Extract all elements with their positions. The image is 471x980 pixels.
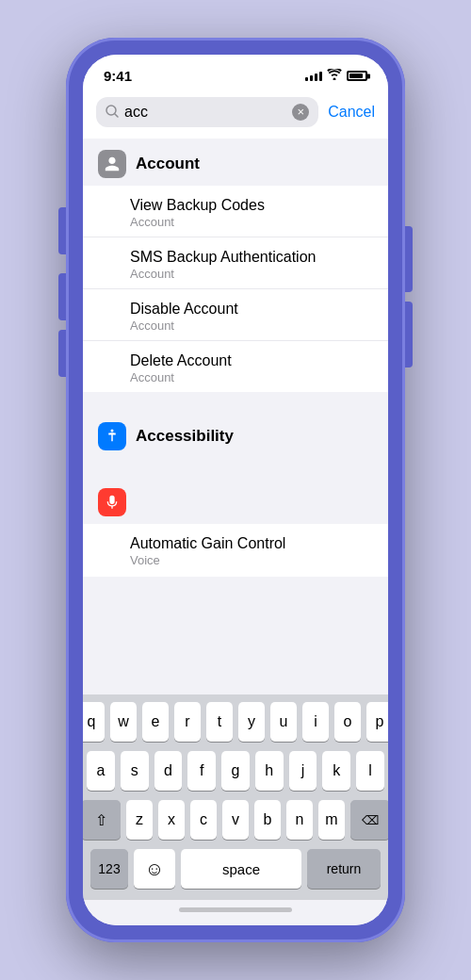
key-n[interactable]: n bbox=[286, 800, 313, 840]
key-q[interactable]: q bbox=[83, 702, 105, 742]
keyboard-row-2: a s d f g h j k l bbox=[87, 751, 384, 791]
person-icon bbox=[104, 155, 121, 172]
key-b[interactable]: b bbox=[254, 800, 281, 840]
search-input-wrapper[interactable]: acc bbox=[96, 97, 318, 127]
keyboard-row-3: ⇧ z x c v b n m ⌫ bbox=[87, 800, 384, 840]
emoji-key[interactable]: ☺ bbox=[134, 849, 175, 889]
key-r[interactable]: r bbox=[174, 702, 201, 742]
phone-body: 9:41 bbox=[66, 38, 405, 942]
disable-account-subtitle: Account bbox=[130, 318, 373, 333]
sms-backup-auth-title: SMS Backup Authentication bbox=[130, 249, 373, 266]
view-backup-codes-item[interactable]: View Backup Codes Account bbox=[83, 186, 388, 237]
space-key[interactable]: space bbox=[181, 849, 301, 889]
delete-account-title: Delete Account bbox=[130, 352, 373, 369]
shift-key[interactable]: ⇧ bbox=[83, 800, 121, 840]
key-i[interactable]: i bbox=[302, 702, 329, 742]
account-results-list: View Backup Codes Account SMS Backup Aut… bbox=[83, 186, 388, 392]
disable-account-title: Disable Account bbox=[130, 301, 373, 318]
cancel-button[interactable]: Cancel bbox=[328, 104, 375, 121]
home-bar bbox=[179, 907, 292, 912]
results-container: Account View Backup Codes Account SMS Ba… bbox=[83, 139, 388, 694]
automatic-gain-control-title: Automatic Gain Control bbox=[130, 535, 373, 552]
key-v[interactable]: v bbox=[222, 800, 249, 840]
status-time: 9:41 bbox=[104, 68, 132, 84]
key-g[interactable]: g bbox=[221, 751, 250, 791]
space-key-label: space bbox=[222, 861, 260, 877]
keyboard-row-1: q w e r t y u i o p bbox=[87, 702, 384, 742]
battery-icon bbox=[347, 71, 367, 81]
key-f[interactable]: f bbox=[187, 751, 216, 791]
keyboard-bottom-row: 123 ☺ space return bbox=[87, 849, 384, 896]
bottom-spacer bbox=[83, 577, 388, 596]
search-input[interactable]: acc bbox=[124, 104, 286, 121]
key-e[interactable]: e bbox=[142, 702, 169, 742]
key-l[interactable]: l bbox=[356, 751, 384, 791]
key-z[interactable]: z bbox=[126, 800, 153, 840]
phone-screen: 9:41 bbox=[83, 55, 388, 925]
numbers-key-label: 123 bbox=[98, 861, 120, 876]
key-h[interactable]: h bbox=[255, 751, 284, 791]
search-bar-container: acc Cancel bbox=[83, 90, 388, 139]
key-w[interactable]: w bbox=[110, 702, 137, 742]
phone-wrapper: 9:41 bbox=[0, 0, 471, 980]
return-key-label: return bbox=[327, 861, 362, 876]
automatic-gain-control-subtitle: Voice bbox=[130, 553, 373, 567]
key-t[interactable]: t bbox=[206, 702, 233, 742]
backspace-key[interactable]: ⌫ bbox=[350, 800, 388, 840]
status-icons bbox=[305, 69, 367, 83]
signal-bars-icon bbox=[305, 72, 322, 81]
search-icon bbox=[106, 105, 119, 121]
account-section-title: Account bbox=[136, 155, 200, 173]
key-y[interactable]: y bbox=[238, 702, 265, 742]
home-indicator bbox=[83, 900, 388, 925]
key-x[interactable]: x bbox=[158, 800, 185, 840]
return-key[interactable]: return bbox=[307, 849, 381, 889]
account-section-header: Account bbox=[83, 139, 388, 186]
key-d[interactable]: d bbox=[154, 751, 183, 791]
key-p[interactable]: p bbox=[366, 702, 388, 742]
svg-point-2 bbox=[111, 430, 114, 433]
delete-account-subtitle: Account bbox=[130, 370, 373, 384]
disable-account-item[interactable]: Disable Account Account bbox=[83, 289, 388, 341]
section-gap-1 bbox=[83, 392, 388, 411]
view-backup-codes-subtitle: Account bbox=[130, 215, 373, 229]
sms-backup-auth-item[interactable]: SMS Backup Authentication Account bbox=[83, 237, 388, 289]
key-k[interactable]: k bbox=[322, 751, 350, 791]
numbers-key[interactable]: 123 bbox=[90, 849, 128, 889]
accessibility-section-title: Accessibility bbox=[136, 427, 234, 446]
delete-account-item[interactable]: Delete Account Account bbox=[83, 341, 388, 392]
svg-line-1 bbox=[115, 114, 118, 117]
wifi-icon bbox=[327, 69, 342, 83]
microphone-icon bbox=[105, 495, 120, 510]
key-j[interactable]: j bbox=[289, 751, 317, 791]
key-u[interactable]: u bbox=[270, 702, 297, 742]
section-gap-2 bbox=[83, 458, 388, 477]
key-a[interactable]: a bbox=[87, 751, 115, 791]
search-clear-button[interactable] bbox=[292, 104, 309, 121]
status-bar: 9:41 bbox=[83, 55, 388, 90]
accessibility-section-icon bbox=[98, 422, 126, 450]
key-m[interactable]: m bbox=[318, 800, 345, 840]
view-backup-codes-title: View Backup Codes bbox=[130, 197, 373, 214]
accessibility-icon-svg bbox=[104, 428, 121, 445]
key-o[interactable]: o bbox=[334, 702, 361, 742]
key-s[interactable]: s bbox=[121, 751, 149, 791]
shift-icon: ⇧ bbox=[95, 811, 107, 829]
voice-icon-wrap bbox=[98, 488, 126, 516]
keyboard: q w e r t y u i o p a s d f g bbox=[83, 694, 388, 900]
automatic-gain-control-item[interactable]: Automatic Gain Control Voice bbox=[83, 524, 388, 577]
accessibility-section-header: Accessibility bbox=[83, 411, 388, 458]
key-c[interactable]: c bbox=[190, 800, 217, 840]
account-section-icon bbox=[98, 150, 126, 178]
voice-section-header bbox=[83, 477, 388, 524]
sms-backup-auth-subtitle: Account bbox=[130, 267, 373, 281]
